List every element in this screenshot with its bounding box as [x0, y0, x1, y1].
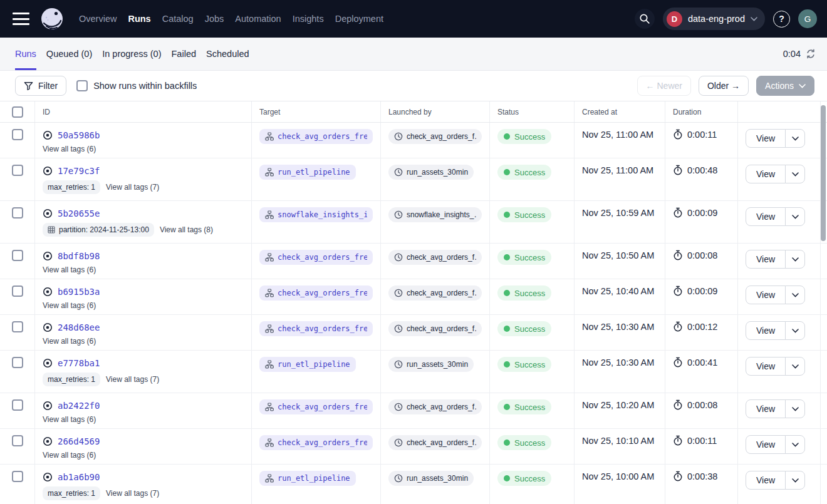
launched-by-pill[interactable]: run_assets_30min [388, 357, 474, 372]
deployment-switcher[interactable]: D data-eng-prod [663, 8, 765, 30]
tab-scheduled[interactable]: Scheduled [206, 38, 249, 70]
actions-button[interactable]: Actions [756, 76, 814, 96]
view-dropdown-button[interactable] [785, 250, 805, 269]
tab-in-progress[interactable]: In progress (0) [102, 38, 161, 70]
run-id-link[interactable]: e7778ba1 [58, 358, 100, 368]
target-pill[interactable]: check_avg_orders_freshne [259, 285, 373, 301]
view-dropdown-button[interactable] [785, 399, 805, 418]
older-button[interactable]: Older → [699, 76, 749, 96]
view-button[interactable]: View [746, 471, 786, 490]
view-all-tags-link[interactable]: View all tags (6) [43, 451, 96, 460]
target-pill[interactable]: snowflake_insights_import [259, 207, 373, 222]
run-id-link[interactable]: 248d68ee [58, 322, 100, 332]
view-dropdown-button[interactable] [785, 471, 805, 490]
view-button[interactable]: View [746, 435, 786, 454]
run-tag[interactable]: partition: 2024-11-25-13:00 [43, 223, 154, 237]
view-all-tags-link[interactable]: View all tags (8) [160, 225, 213, 234]
filter-button[interactable]: Filter [15, 76, 66, 96]
row-checkbox[interactable] [12, 129, 23, 140]
vertical-scrollbar[interactable] [821, 105, 826, 241]
target-pill[interactable]: run_etl_pipeline [259, 165, 356, 180]
view-all-tags-link[interactable]: View all tags (7) [106, 375, 159, 384]
target-pill[interactable]: check_avg_orders_freshne [259, 435, 373, 450]
target-pill[interactable]: run_etl_pipeline [259, 471, 356, 486]
view-dropdown-button[interactable] [785, 435, 805, 454]
view-button[interactable]: View [746, 165, 786, 183]
backfills-checkbox[interactable] [76, 80, 88, 91]
launched-by-pill[interactable]: check_avg_orders_f… [388, 129, 482, 144]
target-pill[interactable]: check_avg_orders_freshne [259, 250, 373, 265]
menu-icon[interactable] [13, 11, 31, 26]
row-checkbox[interactable] [12, 165, 23, 176]
newer-button[interactable]: ← Newer [637, 76, 691, 96]
run-id-link[interactable]: ab1a6b90 [58, 472, 100, 482]
view-dropdown-button[interactable] [785, 285, 805, 304]
view-dropdown-button[interactable] [785, 321, 805, 340]
nav-item-catalog[interactable]: Catalog [162, 14, 194, 24]
row-checkbox[interactable] [12, 357, 23, 368]
run-tag[interactable]: max_retries: 1 [43, 180, 100, 194]
run-id-link[interactable]: 50a5986b [58, 130, 100, 140]
select-all-checkbox[interactable] [12, 106, 23, 118]
view-all-tags-link[interactable]: View all tags (6) [43, 415, 96, 424]
row-checkbox[interactable] [12, 250, 23, 261]
run-id-link[interactable]: 266d4569 [58, 436, 100, 446]
tab-runs[interactable]: Runs [15, 38, 36, 70]
target-pill[interactable]: check_avg_orders_freshne [259, 321, 373, 336]
row-checkbox[interactable] [12, 399, 23, 411]
view-dropdown-button[interactable] [785, 129, 805, 148]
target-pill[interactable]: check_avg_orders_freshne [259, 129, 373, 144]
launched-by-pill[interactable]: check_avg_orders_f… [388, 285, 482, 301]
view-dropdown-button[interactable] [785, 165, 805, 183]
run-id-link[interactable]: 8bdf8b98 [58, 251, 100, 261]
row-checkbox[interactable] [12, 471, 23, 482]
launched-by-pill[interactable]: check_avg_orders_f… [388, 399, 482, 414]
row-checkbox[interactable] [12, 321, 23, 332]
launched-by-pill[interactable]: snowflake_insights_… [388, 207, 482, 222]
run-id-link[interactable]: 17e79c3f [58, 166, 100, 176]
view-all-tags-link[interactable]: View all tags (7) [106, 183, 159, 192]
view-all-tags-link[interactable]: View all tags (6) [43, 265, 96, 274]
view-button[interactable]: View [746, 250, 786, 269]
row-checkbox[interactable] [12, 285, 23, 297]
tab-failed[interactable]: Failed [172, 38, 197, 70]
target-pill[interactable]: run_etl_pipeline [259, 357, 356, 372]
launched-by-pill[interactable]: run_assets_30min [388, 471, 474, 486]
refresh-icon[interactable] [806, 49, 816, 59]
nav-item-overview[interactable]: Overview [79, 14, 117, 24]
search-button[interactable] [635, 9, 655, 29]
view-button[interactable]: View [746, 285, 786, 304]
view-button[interactable]: View [746, 357, 786, 376]
nav-item-runs[interactable]: Runs [128, 14, 150, 24]
dagster-logo-icon[interactable] [40, 7, 64, 31]
run-id-link[interactable]: ab2422f0 [58, 401, 100, 411]
nav-item-jobs[interactable]: Jobs [205, 14, 224, 24]
view-dropdown-button[interactable] [785, 357, 805, 376]
tab-queued[interactable]: Queued (0) [46, 38, 92, 70]
row-checkbox[interactable] [12, 435, 23, 446]
run-id-link[interactable]: b6915b3a [58, 287, 100, 297]
launched-by-pill[interactable]: check_avg_orders_f… [388, 250, 482, 265]
target-pill[interactable]: check_avg_orders_freshne [259, 399, 373, 414]
run-tag[interactable]: max_retries: 1 [43, 373, 100, 386]
view-all-tags-link[interactable]: View all tags (6) [43, 301, 96, 310]
view-dropdown-button[interactable] [785, 207, 805, 226]
row-checkbox[interactable] [12, 207, 23, 219]
avatar[interactable]: G [798, 9, 817, 28]
help-button[interactable]: ? [773, 11, 790, 28]
view-button[interactable]: View [746, 207, 786, 226]
view-all-tags-link[interactable]: View all tags (6) [43, 145, 96, 153]
nav-item-deployment[interactable]: Deployment [335, 14, 383, 24]
launched-by-pill[interactable]: check_avg_orders_f… [388, 321, 482, 336]
view-all-tags-link[interactable]: View all tags (7) [106, 489, 159, 498]
view-button[interactable]: View [746, 129, 786, 148]
run-tag[interactable]: max_retries: 1 [43, 486, 100, 500]
launched-by-pill[interactable]: check_avg_orders_f… [388, 435, 482, 450]
run-id-link[interactable]: 5b20655e [58, 208, 100, 219]
nav-item-automation[interactable]: Automation [235, 14, 281, 24]
launched-by-pill[interactable]: run_assets_30min [388, 165, 474, 180]
view-button[interactable]: View [746, 321, 786, 340]
nav-item-insights[interactable]: Insights [293, 14, 324, 24]
view-all-tags-link[interactable]: View all tags (6) [43, 337, 96, 346]
view-button[interactable]: View [746, 399, 786, 418]
